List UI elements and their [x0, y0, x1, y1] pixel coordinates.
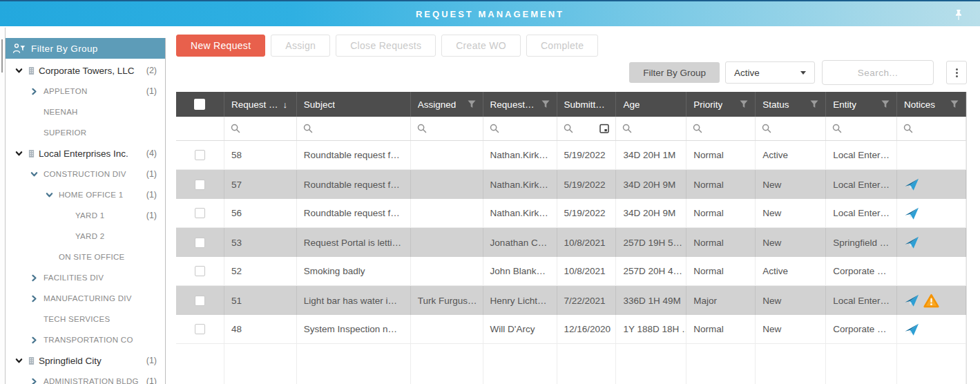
- column-header-request[interactable]: Request …↓: [224, 92, 297, 117]
- sidebar-item[interactable]: ADMINISTRATION BLDG(1): [6, 371, 165, 384]
- request-cell: 57: [224, 170, 297, 199]
- column-filter-request[interactable]: [224, 117, 297, 140]
- table-row[interactable]: 52Smoking badlyJohn Blank…10/8/2021257D …: [176, 257, 966, 286]
- send-notice-icon[interactable]: [904, 294, 919, 307]
- calendar-icon[interactable]: [599, 124, 609, 133]
- search-input[interactable]: [822, 60, 934, 85]
- sidebar-item[interactable]: HOME OFFICE 1(1): [6, 184, 165, 205]
- send-notice-icon[interactable]: [904, 236, 919, 249]
- chevron-right-icon[interactable]: [30, 295, 44, 303]
- filter-funnel-icon[interactable]: [806, 100, 818, 108]
- send-notice-icon[interactable]: [904, 177, 919, 191]
- table-row[interactable]: 51Light bar has water i…Turk Furgus…Henr…: [176, 286, 966, 315]
- page-title: REQUEST MANAGEMENT: [416, 9, 564, 19]
- filter-funnel-icon[interactable]: [877, 100, 890, 108]
- chevron-down-icon[interactable]: [15, 150, 28, 157]
- sidebar-item[interactable]: APPLETON(1): [6, 81, 165, 102]
- column-filter-notices[interactable]: [897, 117, 966, 140]
- column-filter-age[interactable]: [616, 117, 686, 140]
- column-header-age[interactable]: Age: [616, 92, 686, 117]
- column-header-submitted[interactable]: Submitte…: [557, 92, 617, 117]
- filter-by-group-button[interactable]: Filter By Group: [629, 62, 720, 83]
- warning-icon[interactable]: [923, 294, 939, 308]
- column-header-assigned[interactable]: Assigned: [411, 92, 483, 117]
- column-filter-requested[interactable]: [483, 117, 557, 140]
- left-scrollbar-track[interactable]: [0, 28, 6, 384]
- sidebar-item[interactable]: ON SITE OFFICE: [6, 247, 165, 267]
- sidebar-item[interactable]: CONSTRUCTION DIV(1): [6, 164, 165, 184]
- send-notice-icon[interactable]: [904, 323, 919, 336]
- sidebar-item[interactable]: NEENAH: [6, 102, 165, 122]
- chevron-down-icon[interactable]: [15, 67, 28, 75]
- column-header-entity[interactable]: Entity: [826, 92, 897, 117]
- sidebar-item[interactable]: YARD 1(1): [6, 205, 165, 226]
- sidebar-item[interactable]: Springfield City(1): [6, 350, 165, 371]
- sidebar-item[interactable]: TRANSPORTATION CO: [6, 329, 165, 350]
- chevron-right-icon[interactable]: [30, 336, 44, 344]
- select-cell: [176, 141, 224, 169]
- row-checkbox[interactable]: [195, 208, 205, 218]
- priority-cell: Normal: [686, 257, 756, 285]
- column-filter-priority[interactable]: [686, 117, 756, 140]
- row-checkbox[interactable]: [195, 266, 205, 276]
- column-header-requested[interactable]: Requeste…: [483, 92, 557, 117]
- sidebar-item-label: ADMINISTRATION BLDG: [44, 377, 139, 384]
- row-checkbox[interactable]: [195, 180, 205, 190]
- filter-funnel-icon[interactable]: [946, 100, 959, 108]
- send-notice-icon[interactable]: [904, 207, 919, 220]
- sidebar-item[interactable]: SUPERIOR: [6, 122, 165, 143]
- column-filter-assigned[interactable]: [411, 117, 483, 140]
- sidebar-item[interactable]: YARD 2: [6, 226, 165, 247]
- left-scrollbar-thumb[interactable]: [1, 39, 3, 73]
- sidebar-item[interactable]: TECH SERVICES: [6, 309, 165, 329]
- table-row[interactable]: 56Roundtable request f…Nathan.Kirk…5/19/…: [176, 199, 966, 228]
- chevron-down-icon[interactable]: [46, 191, 59, 199]
- table-row[interactable]: 48System Inspection n…Will D'Arcy12/16/2…: [176, 315, 966, 344]
- table-row[interactable]: 58Roundtable request f…Nathan.Kirk…5/19/…: [176, 141, 966, 170]
- column-header-select[interactable]: [176, 92, 224, 117]
- column-filter-submitted[interactable]: [557, 117, 617, 140]
- table-row[interactable]: 53Request Portal is letti…Jonathan C…10/…: [176, 228, 966, 257]
- select-all-checkbox[interactable]: [194, 99, 205, 110]
- column-filter-entity[interactable]: [826, 117, 897, 140]
- assign-button[interactable]: Assign: [271, 35, 330, 57]
- notices-cell: [897, 315, 966, 343]
- row-checkbox[interactable]: [195, 150, 205, 160]
- chevron-right-icon[interactable]: [30, 88, 44, 95]
- pin-icon[interactable]: [952, 8, 965, 21]
- column-header-subject[interactable]: Subject: [297, 92, 411, 117]
- row-checkbox[interactable]: [195, 238, 205, 248]
- column-header-notices[interactable]: Notices: [897, 92, 966, 117]
- sidebar-item[interactable]: Local Enterprises Inc.(4): [6, 143, 165, 164]
- column-header-status[interactable]: Status: [756, 92, 826, 117]
- request-cell: 48: [224, 315, 297, 343]
- sidebar-item[interactable]: FACILITIES DIV: [6, 267, 165, 288]
- close-requests-button[interactable]: Close Requests: [336, 35, 436, 57]
- search-icon: [417, 124, 427, 133]
- row-checkbox[interactable]: [195, 324, 205, 334]
- sidebar-item[interactable]: Corporate Towers, LLC(2): [6, 60, 165, 81]
- assigned-cell: [411, 141, 483, 169]
- column-label: Age: [623, 99, 640, 110]
- column-header-priority[interactable]: Priority: [686, 92, 756, 117]
- chevron-right-icon[interactable]: [30, 274, 44, 282]
- table-row[interactable]: 57Roundtable request f…Nathan.Kirk…5/19/…: [176, 170, 966, 199]
- create-wo-button[interactable]: Create WO: [441, 35, 521, 57]
- complete-button[interactable]: Complete: [526, 35, 598, 57]
- chevron-right-icon[interactable]: [30, 378, 44, 384]
- new-request-button[interactable]: New Request: [176, 35, 265, 57]
- sidebar-item[interactable]: MANUFACTURING DIV: [6, 288, 165, 309]
- group-filter-sidebar: Filter By Group Corporate Towers, LLC(2)…: [6, 38, 166, 384]
- column-filter-status[interactable]: [756, 117, 826, 140]
- chevron-down-icon[interactable]: [15, 357, 28, 365]
- filter-funnel-icon[interactable]: [463, 100, 476, 108]
- chevron-down-icon[interactable]: [30, 171, 44, 178]
- submitted-cell: 5/19/2022: [557, 199, 617, 227]
- kebab-menu-icon[interactable]: [946, 61, 967, 84]
- sort-desc-icon[interactable]: ↓: [283, 99, 288, 110]
- filter-funnel-icon[interactable]: [537, 100, 550, 108]
- column-filter-subject[interactable]: [297, 117, 411, 140]
- row-checkbox[interactable]: [195, 296, 205, 306]
- status-dropdown[interactable]: Active: [725, 61, 815, 84]
- filter-funnel-icon[interactable]: [736, 100, 748, 108]
